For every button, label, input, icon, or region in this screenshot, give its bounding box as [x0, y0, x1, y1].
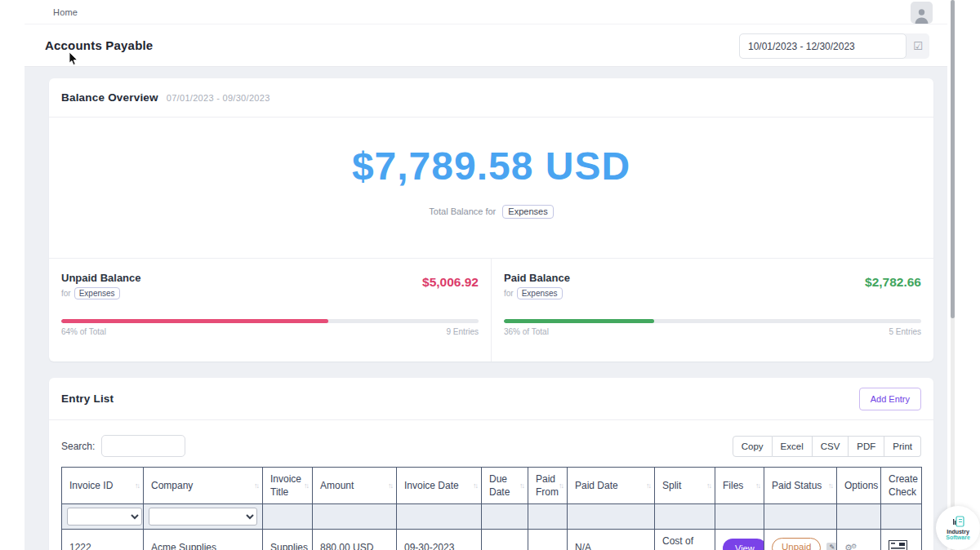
balance-overview-header: Balance Overview 07/01/2023 - 09/30/2023 — [49, 78, 933, 118]
unpaid-balance-label: Unpaid Balance — [61, 272, 141, 284]
unpaid-percent-label: 64% of Total — [61, 327, 106, 336]
entry-list-body: Search: Copy Excel CSV PDF Print — [49, 420, 933, 550]
watermark-logo-icon — [951, 516, 964, 527]
sort-icon: ↑↓ — [135, 481, 139, 490]
total-balance-label: Total Balance for Expenses — [49, 205, 933, 219]
paid-progress-track — [504, 319, 921, 323]
col-invoice-date[interactable]: Invoice Date↑↓ — [397, 468, 482, 504]
unpaid-for-line: forExpenses — [61, 287, 141, 299]
sort-icon: ↑↓ — [304, 481, 308, 490]
page-header: Accounts Payable ☑ — [24, 24, 947, 67]
unpaid-progress-track — [61, 319, 479, 323]
entry-list-header: Entry List Add Entry — [49, 378, 933, 420]
sort-icon: ↑↓ — [519, 481, 523, 490]
watermark-line1: Industry — [947, 529, 969, 534]
unpaid-expenses-tag: Expenses — [74, 287, 120, 299]
col-paid-date[interactable]: Paid Date↑↓ — [568, 468, 655, 504]
options-gear-icon[interactable]: ⚙⚙ — [844, 543, 855, 550]
sort-icon: ↑↓ — [559, 481, 563, 490]
view-files-button[interactable]: View — [723, 539, 764, 550]
paid-percent-label: 36% of Total — [504, 327, 549, 336]
unpaid-progress-fill — [61, 319, 328, 323]
entry-list-card: Entry List Add Entry Search: Copy Excel … — [49, 378, 933, 550]
entries-table: Invoice ID↑↓ Company↑↓ Invoice Title↑↓ A… — [61, 467, 922, 550]
copy-button[interactable]: Copy — [733, 436, 773, 457]
pdf-button[interactable]: PDF — [849, 436, 884, 457]
export-button-group: Copy Excel CSV PDF Print — [733, 436, 921, 457]
cell-invoice-date: 09-30-2023 — [397, 530, 482, 550]
col-create-check: Create Check — [881, 468, 922, 504]
sort-icon: ↑↓ — [646, 481, 650, 490]
cell-company: Acme Supplies — [144, 530, 263, 550]
sort-icon: ↑↓ — [254, 481, 258, 490]
print-button[interactable]: Print — [884, 436, 921, 457]
cell-paid-from — [528, 530, 568, 550]
table-row: 1222 Acme Supplies Supplies 880.00 USD 0… — [62, 530, 922, 550]
col-due-date[interactable]: Due Date↑↓ — [482, 468, 528, 504]
search-label: Search: — [61, 441, 95, 452]
balance-split-row: Unpaid Balance forExpenses $5,006.92 64%… — [49, 258, 933, 361]
col-split[interactable]: Split↑↓ — [655, 468, 715, 504]
cell-amount: 880.00 USD — [313, 530, 397, 550]
mouse-cursor — [69, 51, 78, 69]
date-range-input[interactable] — [739, 33, 906, 59]
entry-list-title: Entry List — [61, 393, 114, 405]
total-balance-amount: $7,789.58 USD — [49, 144, 933, 189]
table-header-row: Invoice ID↑↓ Company↑↓ Invoice Title↑↓ A… — [62, 468, 922, 504]
cell-paid-date: N/A — [568, 530, 655, 550]
company-filter[interactable] — [149, 508, 257, 526]
excel-button[interactable]: Excel — [773, 436, 813, 457]
cell-split: Cost of Labor — [655, 530, 715, 550]
paid-progress-fill — [504, 319, 654, 323]
total-balance-prefix: Total Balance for — [429, 206, 496, 216]
sort-icon: ↑↓ — [828, 481, 832, 490]
col-paid-from[interactable]: Paid From↑↓ — [528, 468, 568, 504]
search-input[interactable] — [101, 435, 185, 457]
main-content: Balance Overview 07/01/2023 - 09/30/2023… — [24, 67, 947, 550]
total-balance-section: $7,789.58 USD Total Balance for Expenses — [49, 118, 933, 258]
balance-overview-card: Balance Overview 07/01/2023 - 09/30/2023… — [49, 78, 933, 361]
unpaid-for-word: for — [61, 289, 71, 298]
person-icon — [913, 7, 930, 24]
col-options: Options — [837, 468, 881, 504]
breadcrumb[interactable]: Home — [53, 7, 78, 17]
scrollbar-thumb[interactable] — [951, 0, 955, 318]
sort-icon: ↑↓ — [473, 481, 477, 490]
col-invoice-id[interactable]: Invoice ID↑↓ — [62, 468, 144, 504]
cell-invoice-id: 1222 — [62, 530, 144, 550]
expenses-tag: Expenses — [502, 205, 553, 219]
invoice-id-filter[interactable] — [67, 508, 142, 526]
create-check-icon[interactable] — [889, 540, 907, 550]
calendar-icon[interactable]: ☑ — [906, 33, 929, 59]
table-filter-row — [62, 504, 922, 530]
sort-icon: ↑↓ — [755, 481, 760, 490]
edit-status-icon[interactable]: ✎ — [826, 543, 836, 550]
cell-invoice-title: Supplies — [263, 530, 313, 550]
paid-for-word: for — [504, 289, 514, 298]
table-toolbar: Search: Copy Excel CSV PDF Print — [61, 435, 921, 457]
sort-icon: ↑↓ — [388, 481, 392, 490]
col-company[interactable]: Company↑↓ — [144, 468, 263, 504]
unpaid-entries-label: 9 Entries — [447, 327, 479, 336]
balance-overview-period: 07/01/2023 - 09/30/2023 — [167, 93, 270, 103]
paid-for-line: forExpenses — [504, 287, 570, 299]
add-entry-button[interactable]: Add Entry — [859, 388, 921, 410]
watermark-line2: Software — [946, 534, 970, 540]
col-files[interactable]: Files↑↓ — [715, 468, 764, 504]
balance-overview-title: Balance Overview — [61, 91, 158, 104]
user-avatar[interactable] — [911, 2, 933, 24]
col-invoice-title[interactable]: Invoice Title↑↓ — [263, 468, 313, 504]
unpaid-balance-amount: $5,006.92 — [422, 275, 479, 290]
csv-button[interactable]: CSV — [813, 436, 849, 457]
page-title: Accounts Payable — [45, 38, 153, 52]
status-badge: Unpaid — [772, 538, 821, 550]
app-window: Home Accounts Payable ☑ Balance Overview… — [24, 0, 947, 550]
paid-balance-panel: Paid Balance forExpenses $2,782.66 36% o… — [491, 259, 933, 361]
col-amount[interactable]: Amount↑↓ — [313, 468, 397, 504]
paid-balance-amount: $2,782.66 — [865, 275, 921, 290]
paid-expenses-tag: Expenses — [517, 287, 563, 299]
col-paid-status[interactable]: Paid Status↑↓ — [764, 468, 837, 504]
vertical-scrollbar[interactable] — [951, 0, 955, 550]
industry-software-watermark: Industry Software — [936, 506, 980, 550]
date-range-picker: ☑ — [739, 33, 929, 59]
